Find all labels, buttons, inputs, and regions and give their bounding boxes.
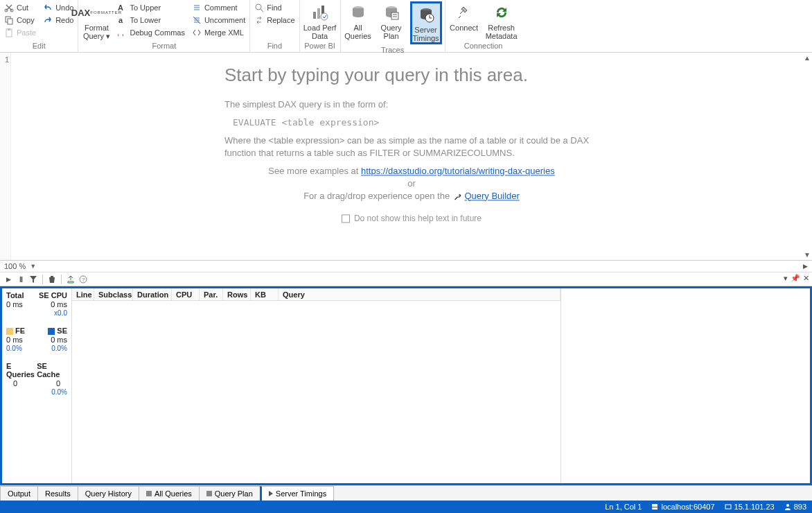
all-queries-button[interactable]: All Queries xyxy=(344,1,373,40)
tutorials-link[interactable]: https://daxstudio.org/tutorials/writing-… xyxy=(361,166,555,176)
status-users: 893 xyxy=(784,503,806,511)
paste-label: Paste xyxy=(17,28,36,37)
connect-button[interactable]: Connect xyxy=(448,1,480,32)
to-upper-button[interactable]: A To Upper xyxy=(116,1,186,14)
tab-output[interactable]: Output xyxy=(0,486,38,501)
find-button[interactable]: Find xyxy=(253,1,296,14)
group-label-edit: Edit xyxy=(3,40,75,52)
copy-icon xyxy=(4,15,14,25)
pause-button[interactable]: II xyxy=(15,274,26,285)
ribbon-group-powerbi: Load Perf Data Power BI xyxy=(300,0,341,52)
trash-icon xyxy=(48,275,56,284)
tab-all-queries[interactable]: All Queries xyxy=(139,486,200,501)
server-timings-button[interactable]: Server Timings xyxy=(410,1,442,44)
timings-grid[interactable]: Line Subclass Duration CPU Par. Rows KB … xyxy=(71,288,561,483)
bottom-tabs: Output Results Query History All Queries… xyxy=(0,485,812,501)
tab-results[interactable]: Results xyxy=(37,486,78,501)
filter-button[interactable] xyxy=(28,274,39,285)
to-lower-icon: a xyxy=(117,15,127,25)
replace-button[interactable]: Replace xyxy=(253,14,296,26)
merge-xml-button[interactable]: Merge XML xyxy=(191,26,247,39)
cache-label: SE Cache xyxy=(37,362,67,379)
clear-button[interactable] xyxy=(46,274,58,285)
undo-button[interactable]: Undo xyxy=(42,1,75,14)
placeholder-p1: The simplest DAX query is in the form of… xyxy=(224,98,599,111)
scroll-down-icon[interactable]: ▼ xyxy=(804,251,811,259)
secpu-label: SE CPU xyxy=(39,291,67,299)
panel-close-icon[interactable]: ✕ xyxy=(803,274,809,283)
col-rows[interactable]: Rows xyxy=(223,288,251,300)
svg-rect-11 xyxy=(317,8,320,19)
zoom-down-icon[interactable]: ▼ xyxy=(30,263,36,270)
refresh-icon xyxy=(493,4,510,21)
status-server: localhost:60407 xyxy=(651,503,714,511)
uncomment-button[interactable]: Uncomment xyxy=(191,14,247,26)
query-builder-link[interactable]: Query Builder xyxy=(464,191,519,201)
fe-label: FE xyxy=(15,327,25,335)
ribbon-group-format: DAXFORMATTER Format Query ▾ A To Upper a… xyxy=(78,0,250,52)
eq-label: E Queries xyxy=(6,362,37,379)
placeholder-p4a: For a drag/drop experience open the xyxy=(303,191,452,201)
col-duration[interactable]: Duration xyxy=(133,288,172,300)
svg-point-13 xyxy=(321,13,328,20)
ribbon-group-connection: Connect Refresh Metadata Connection xyxy=(445,0,522,52)
tab-query-plan[interactable]: Query Plan xyxy=(199,486,261,501)
svg-rect-22 xyxy=(652,507,657,510)
help-button[interactable]: ? xyxy=(78,274,89,285)
all-queries-label: All Queries xyxy=(344,24,371,40)
paste-button[interactable]: Paste xyxy=(3,26,37,39)
svg-rect-5 xyxy=(8,28,10,31)
placeholder-p2: Where the <table expression> can be as s… xyxy=(224,134,599,159)
col-kb[interactable]: KB xyxy=(251,288,279,300)
zoom-value[interactable]: 100 % xyxy=(4,262,26,270)
query-editor[interactable]: 1 ▲ ▼ Start by typing your query in this… xyxy=(0,53,812,261)
h-scroll-right-icon[interactable]: ▶ xyxy=(803,263,808,270)
hide-help-label: Do not show this help text in future xyxy=(354,212,482,225)
refresh-metadata-button[interactable]: Refresh Metadata xyxy=(484,1,519,40)
bottom-area: ▶ II ? ▾ 📌 ✕ TotalSE CPU 0 ms0 ms x0.0 xyxy=(0,272,812,501)
load-perf-button[interactable]: Load Perf Data xyxy=(303,1,337,40)
cache-val: 0 xyxy=(56,379,67,388)
ribbon-group-traces: All Queries Query Plan Server Timings Tr… xyxy=(341,0,445,52)
tab-query-plan-label: Query Plan xyxy=(215,489,253,498)
status-version-text: 15.1.101.23 xyxy=(734,503,775,511)
to-lower-button[interactable]: a To Lower xyxy=(116,14,186,26)
query-plan-button[interactable]: Query Plan xyxy=(377,1,406,40)
col-par[interactable]: Par. xyxy=(200,288,223,300)
cut-label: Cut xyxy=(17,3,28,12)
server-timings-panel: TotalSE CPU 0 ms0 ms x0.0 FE SE 0 ms0 ms… xyxy=(0,286,812,485)
tab-history[interactable]: Query History xyxy=(78,486,139,501)
svg-text:, ,: , , xyxy=(117,28,124,37)
load-perf-icon xyxy=(311,3,329,21)
tab-results-label: Results xyxy=(45,489,71,498)
col-cpu[interactable]: CPU xyxy=(172,288,200,300)
panel-dropdown-icon[interactable]: ▾ xyxy=(784,274,788,283)
debug-commas-label: Debug Commas xyxy=(130,28,184,37)
load-perf-label: Load Perf Data xyxy=(303,24,337,40)
export-button[interactable] xyxy=(65,274,76,285)
debug-commas-button[interactable]: , , Debug Commas xyxy=(116,26,186,39)
status-bar: Ln 1, Col 1 localhost:60407 15.1.101.23 … xyxy=(0,501,812,513)
refresh-metadata-label: Refresh Metadata xyxy=(486,24,518,40)
hide-help-checkbox[interactable]: Do not show this help text in future xyxy=(342,212,482,225)
group-label-format: Format xyxy=(81,40,247,52)
col-line[interactable]: Line xyxy=(72,288,94,300)
cut-icon xyxy=(4,3,14,12)
timings-summary: TotalSE CPU 0 ms0 ms x0.0 FE SE 0 ms0 ms… xyxy=(2,288,71,483)
redo-button[interactable]: Redo xyxy=(42,14,75,26)
scroll-up-icon[interactable]: ▲ xyxy=(804,54,811,62)
server-timings-icon xyxy=(418,6,434,23)
record-button[interactable]: ▶ xyxy=(3,274,14,285)
format-query-button[interactable]: DAXFORMATTER Format Query ▾ xyxy=(81,1,112,40)
comment-button[interactable]: Comment xyxy=(191,1,247,14)
panel-pin-icon[interactable]: 📌 xyxy=(791,274,800,283)
col-subclass[interactable]: Subclass xyxy=(94,288,133,300)
tab-server-timings[interactable]: Server Timings xyxy=(260,486,334,501)
redo-icon xyxy=(43,15,53,25)
svg-rect-23 xyxy=(725,505,731,509)
panel-toolbar: ▶ II ? ▾ 📌 ✕ xyxy=(0,272,812,286)
status-server-text: localhost:60407 xyxy=(661,503,714,511)
copy-button[interactable]: Copy xyxy=(3,14,37,26)
col-query[interactable]: Query xyxy=(279,288,561,300)
cut-button[interactable]: Cut xyxy=(3,1,37,14)
